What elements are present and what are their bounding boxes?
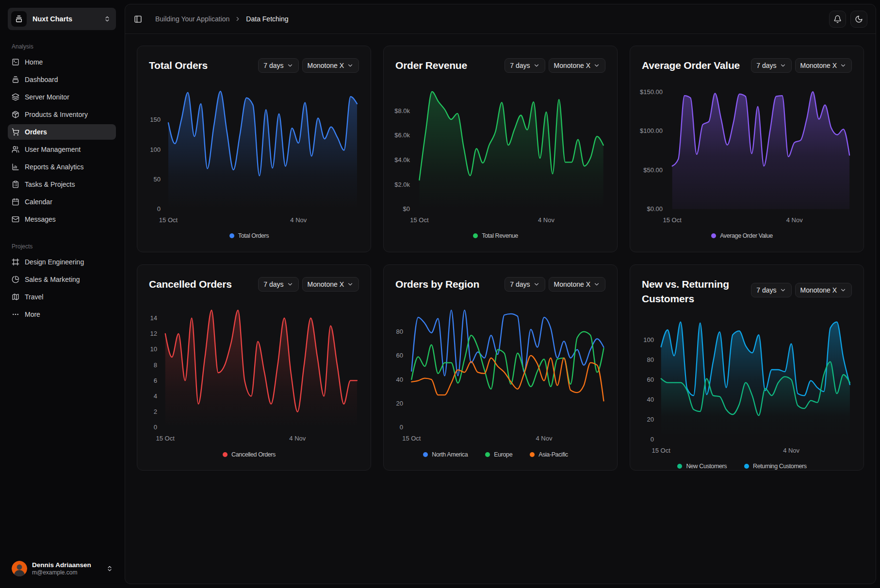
svg-text:15 Oct: 15 Oct xyxy=(652,447,671,454)
svg-text:80: 80 xyxy=(396,328,403,335)
svg-text:150: 150 xyxy=(150,116,161,124)
svg-text:$0: $0 xyxy=(403,205,410,212)
svg-text:$6.0k: $6.0k xyxy=(394,131,410,139)
svg-text:$150.00: $150.00 xyxy=(640,88,663,96)
svg-text:40: 40 xyxy=(396,376,403,383)
svg-text:10: 10 xyxy=(150,345,157,353)
svg-text:6: 6 xyxy=(154,376,157,384)
svg-text:15 Oct: 15 Oct xyxy=(156,435,175,442)
svg-text:60: 60 xyxy=(647,376,654,383)
svg-text:4 Nov: 4 Nov xyxy=(536,435,553,442)
svg-text:$50.00: $50.00 xyxy=(643,166,663,174)
svg-text:4 Nov: 4 Nov xyxy=(538,216,554,224)
svg-text:$8.0k: $8.0k xyxy=(394,107,410,114)
svg-text:$4.0k: $4.0k xyxy=(394,156,410,163)
svg-text:14: 14 xyxy=(150,314,157,322)
svg-text:50: 50 xyxy=(154,176,161,183)
svg-text:20: 20 xyxy=(396,399,403,407)
svg-text:15 Oct: 15 Oct xyxy=(159,216,178,224)
svg-text:2: 2 xyxy=(154,408,157,415)
svg-text:20: 20 xyxy=(647,415,654,423)
svg-text:15 Oct: 15 Oct xyxy=(663,216,682,224)
svg-text:0: 0 xyxy=(651,435,654,442)
svg-text:0: 0 xyxy=(154,424,157,431)
svg-text:4 Nov: 4 Nov xyxy=(290,216,307,224)
svg-text:$100.00: $100.00 xyxy=(640,127,663,134)
svg-text:60: 60 xyxy=(396,352,403,359)
svg-text:100: 100 xyxy=(643,336,654,343)
svg-text:12: 12 xyxy=(150,330,157,337)
svg-text:40: 40 xyxy=(647,395,654,403)
svg-text:4 Nov: 4 Nov xyxy=(783,447,799,454)
svg-text:0: 0 xyxy=(157,205,161,212)
svg-text:8: 8 xyxy=(154,361,157,368)
svg-text:4 Nov: 4 Nov xyxy=(786,216,803,224)
svg-text:0: 0 xyxy=(400,423,403,430)
svg-text:80: 80 xyxy=(647,356,654,363)
svg-text:4: 4 xyxy=(154,392,157,400)
svg-text:15 Oct: 15 Oct xyxy=(410,216,429,224)
svg-text:$2.0k: $2.0k xyxy=(394,181,410,188)
svg-text:15 Oct: 15 Oct xyxy=(402,435,421,442)
svg-text:$0.00: $0.00 xyxy=(647,205,663,212)
svg-text:100: 100 xyxy=(150,146,161,153)
svg-text:4 Nov: 4 Nov xyxy=(289,435,306,442)
